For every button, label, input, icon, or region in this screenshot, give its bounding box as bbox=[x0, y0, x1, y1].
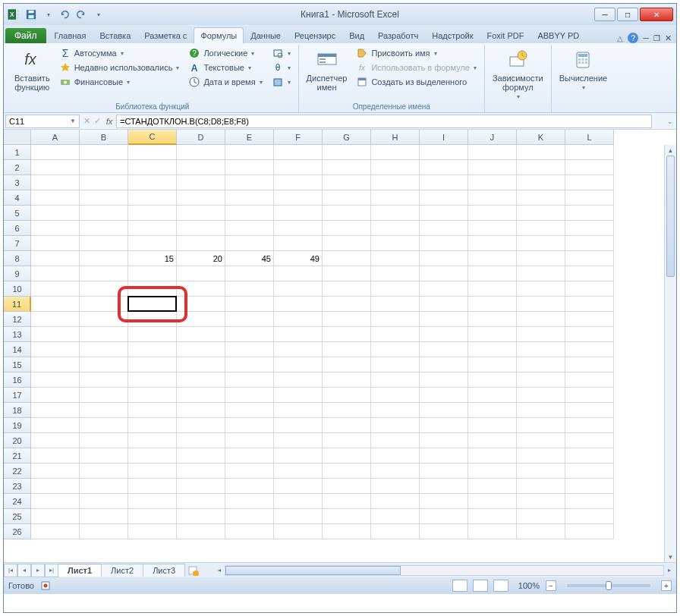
cell[interactable] bbox=[371, 145, 420, 160]
cell[interactable] bbox=[420, 524, 468, 539]
cell[interactable] bbox=[565, 145, 614, 160]
cell[interactable] bbox=[323, 145, 371, 160]
save-icon[interactable] bbox=[24, 7, 39, 22]
cell[interactable] bbox=[468, 312, 517, 327]
cell[interactable] bbox=[420, 464, 468, 479]
cell[interactable] bbox=[128, 494, 177, 509]
row-header[interactable]: 3 bbox=[4, 175, 31, 190]
cell[interactable] bbox=[565, 464, 614, 479]
cell[interactable] bbox=[565, 221, 614, 236]
cell[interactable] bbox=[468, 448, 517, 464]
cell[interactable] bbox=[31, 403, 80, 418]
column-header[interactable]: A bbox=[31, 130, 80, 145]
cell[interactable] bbox=[128, 145, 177, 160]
cell[interactable] bbox=[517, 524, 565, 539]
cell[interactable] bbox=[323, 403, 371, 418]
cell[interactable] bbox=[31, 175, 80, 190]
cell[interactable]: 49 bbox=[274, 251, 323, 266]
cell[interactable] bbox=[323, 342, 371, 357]
cell[interactable] bbox=[371, 357, 420, 372]
cell[interactable] bbox=[517, 175, 565, 190]
cell[interactable] bbox=[274, 221, 323, 236]
cell[interactable] bbox=[80, 190, 128, 206]
cell[interactable] bbox=[371, 418, 420, 433]
row-header[interactable]: 18 bbox=[4, 403, 31, 418]
cell[interactable] bbox=[565, 388, 614, 403]
financial-button[interactable]: Финансовые bbox=[56, 75, 183, 89]
last-sheet-button[interactable]: ▸| bbox=[45, 564, 58, 577]
minimize-button[interactable]: ─ bbox=[594, 8, 615, 21]
cell[interactable] bbox=[420, 312, 468, 327]
cell[interactable] bbox=[31, 494, 80, 509]
cell[interactable] bbox=[468, 372, 517, 388]
column-header[interactable]: J bbox=[468, 130, 517, 145]
cell[interactable] bbox=[420, 357, 468, 372]
cell[interactable] bbox=[565, 494, 614, 509]
cell[interactable] bbox=[274, 403, 323, 418]
row-header[interactable]: 6 bbox=[4, 221, 31, 236]
cell[interactable] bbox=[177, 524, 225, 539]
cell[interactable] bbox=[468, 281, 517, 297]
cell[interactable] bbox=[128, 372, 177, 388]
cell[interactable] bbox=[517, 509, 565, 524]
cell[interactable] bbox=[177, 281, 225, 297]
recently-used-button[interactable]: Недавно использовались bbox=[56, 61, 183, 74]
cell[interactable] bbox=[274, 236, 323, 251]
cell[interactable] bbox=[31, 266, 80, 281]
cell[interactable] bbox=[323, 175, 371, 190]
cell[interactable] bbox=[468, 388, 517, 403]
cell[interactable] bbox=[225, 342, 274, 357]
cell[interactable] bbox=[177, 342, 225, 357]
cell[interactable] bbox=[468, 357, 517, 372]
cell[interactable] bbox=[468, 479, 517, 494]
cell[interactable] bbox=[371, 494, 420, 509]
cell[interactable] bbox=[371, 281, 420, 297]
cell[interactable] bbox=[420, 297, 468, 312]
insert-function-button[interactable]: fx Вставить функцию bbox=[11, 46, 53, 102]
cell[interactable] bbox=[371, 221, 420, 236]
cell[interactable] bbox=[323, 206, 371, 221]
cell[interactable] bbox=[225, 206, 274, 221]
cell[interactable] bbox=[225, 357, 274, 372]
row-header[interactable]: 25 bbox=[4, 509, 31, 524]
cell[interactable] bbox=[274, 372, 323, 388]
cell[interactable] bbox=[323, 479, 371, 494]
cell[interactable] bbox=[323, 494, 371, 509]
text-button[interactable]: AТекстовые bbox=[185, 61, 265, 74]
cell[interactable] bbox=[274, 327, 323, 342]
cell[interactable] bbox=[80, 433, 128, 448]
cell[interactable] bbox=[468, 327, 517, 342]
cell[interactable] bbox=[468, 524, 517, 539]
select-all-button[interactable] bbox=[4, 130, 31, 145]
cell[interactable] bbox=[31, 524, 80, 539]
tab-view[interactable]: Вид bbox=[342, 27, 371, 43]
cell[interactable] bbox=[420, 479, 468, 494]
view-normal-button[interactable] bbox=[452, 580, 468, 592]
cell[interactable] bbox=[323, 266, 371, 281]
cell[interactable] bbox=[177, 190, 225, 206]
cell[interactable] bbox=[565, 403, 614, 418]
tab-addins[interactable]: Надстройк bbox=[425, 27, 480, 43]
cell[interactable] bbox=[517, 312, 565, 327]
cell[interactable] bbox=[323, 190, 371, 206]
cell[interactable] bbox=[225, 190, 274, 206]
cell[interactable] bbox=[323, 357, 371, 372]
cell[interactable] bbox=[31, 206, 80, 221]
cell[interactable] bbox=[177, 448, 225, 464]
cell[interactable] bbox=[225, 145, 274, 160]
cell[interactable] bbox=[468, 418, 517, 433]
cell[interactable] bbox=[225, 266, 274, 281]
cell[interactable] bbox=[565, 372, 614, 388]
cell[interactable] bbox=[323, 327, 371, 342]
cell[interactable] bbox=[31, 388, 80, 403]
cell[interactable]: 15 bbox=[128, 251, 177, 266]
cell[interactable] bbox=[565, 251, 614, 266]
cell[interactable] bbox=[274, 494, 323, 509]
doc-restore-icon[interactable]: ❐ bbox=[653, 34, 660, 42]
cell[interactable] bbox=[80, 206, 128, 221]
name-box[interactable]: C11▼ bbox=[5, 115, 80, 128]
cell[interactable] bbox=[371, 251, 420, 266]
math-button[interactable]: θ bbox=[269, 61, 294, 74]
row-header[interactable]: 1 bbox=[4, 145, 31, 160]
cell[interactable] bbox=[420, 221, 468, 236]
